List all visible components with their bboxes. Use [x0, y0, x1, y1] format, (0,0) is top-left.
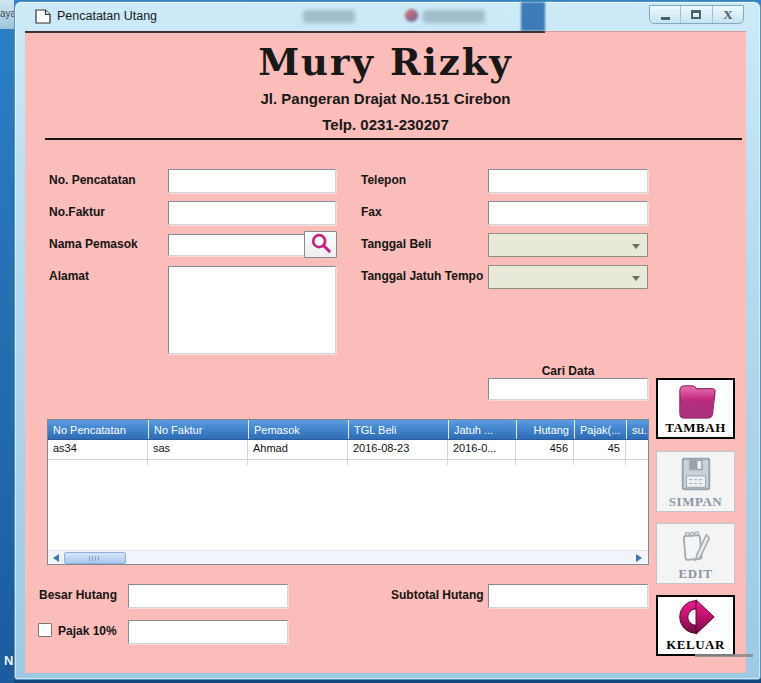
- window-controls: X: [649, 5, 744, 24]
- subtotal-hutang-label: Subtotal Hutang: [391, 588, 484, 602]
- nama-pemasok-input[interactable]: [168, 234, 308, 256]
- horizontal-scrollbar[interactable]: [48, 550, 648, 564]
- company-phone: Telp. 0231-230207: [25, 116, 746, 133]
- close-button[interactable]: X: [713, 6, 743, 23]
- pajak-input[interactable]: [128, 620, 288, 644]
- company-name: Mury Rizky: [25, 40, 746, 84]
- column-header[interactable]: No Faktur: [148, 420, 248, 439]
- tanggal-jatuh-tempo-label: Tanggal Jatuh Tempo: [361, 269, 483, 283]
- alamat-textarea[interactable]: [168, 266, 336, 354]
- tanggal-beli-datepicker[interactable]: [488, 233, 648, 257]
- column-header[interactable]: TGL Beli: [348, 420, 448, 439]
- no-pencatatan-input[interactable]: [168, 169, 336, 193]
- tanggal-jatuh-tempo-datepicker[interactable]: [488, 265, 648, 289]
- chevron-down-icon: [632, 244, 640, 249]
- cell-pemasok: Ahmad: [248, 440, 348, 460]
- maximize-button[interactable]: [681, 6, 712, 23]
- keluar-button-label: KELUAR: [666, 638, 725, 652]
- search-icon: [310, 232, 332, 258]
- no-faktur-input[interactable]: [168, 201, 336, 225]
- column-header[interactable]: Hutang: [516, 420, 574, 439]
- fax-label: Fax: [361, 205, 382, 219]
- tambah-button[interactable]: TAMBAH: [656, 378, 735, 439]
- column-header[interactable]: No Pencatatan: [48, 420, 148, 439]
- cari-data-label: Cari Data: [488, 364, 648, 378]
- empty-grid-row: [48, 460, 648, 465]
- header-divider: [45, 138, 742, 140]
- folder-icon: [673, 380, 719, 421]
- scroll-right-button[interactable]: [631, 551, 647, 565]
- window-title: Pencatatan Utang: [57, 9, 157, 23]
- cell-subtotal: [626, 440, 648, 460]
- tanggal-beli-label: Tanggal Beli: [361, 237, 431, 251]
- background-window-artifact: [695, 654, 753, 657]
- edit-button[interactable]: EDIT: [656, 523, 735, 584]
- no-faktur-label: No.Faktur: [49, 205, 105, 219]
- simpan-button-label: SIMPAN: [669, 495, 722, 509]
- floppy-disk-icon: [677, 452, 715, 495]
- no-pencatatan-label: No. Pencatatan: [49, 173, 136, 187]
- form-icon: [35, 9, 51, 28]
- cell-no-pencatatan: as34: [48, 440, 148, 460]
- column-header[interactable]: Pemasok: [248, 420, 348, 439]
- pencatatan-utang-window: Pencatatan Utang X Mury Rizky Jl. Panger…: [14, 1, 761, 680]
- chevron-right-icon: [636, 554, 642, 562]
- titlebar[interactable]: Pencatatan Utang X: [15, 2, 760, 31]
- besar-hutang-label: Besar Hutang: [39, 588, 117, 602]
- company-address: Jl. Pangeran Drajat No.151 Cirebon: [25, 90, 746, 107]
- fax-input[interactable]: [488, 201, 648, 225]
- chevron-down-icon: [632, 276, 640, 281]
- simpan-button[interactable]: SIMPAN: [656, 451, 735, 512]
- grid-header-row: No Pencatatan No Faktur Pemasok TGL Beli…: [48, 420, 648, 440]
- cell-no-faktur: sas: [148, 440, 248, 460]
- telepon-label: Telepon: [361, 173, 406, 187]
- background-window-title-fragment: aya: [0, 0, 14, 29]
- background-menu-fragment: [423, 10, 485, 23]
- close-icon: X: [723, 7, 732, 23]
- exit-arrow-icon: [675, 596, 717, 638]
- minimize-icon: [661, 17, 670, 20]
- background-logout-icon-fragment: [405, 9, 418, 22]
- background-window-edge: [0, 29, 14, 683]
- column-header[interactable]: su...: [626, 420, 648, 439]
- besar-hutang-input[interactable]: [128, 584, 288, 608]
- table-row[interactable]: as34 sas Ahmad 2016-08-23 2016-0... 456 …: [48, 440, 648, 460]
- chevron-left-icon: [53, 554, 59, 562]
- background-window-fragment: [521, 2, 545, 31]
- background-window-edge-line: [25, 31, 545, 33]
- hutang-data-grid[interactable]: No Pencatatan No Faktur Pemasok TGL Beli…: [47, 419, 649, 565]
- form-client-area: Mury Rizky Jl. Pangeran Drajat No.151 Ci…: [25, 31, 746, 673]
- keluar-button[interactable]: KELUAR: [656, 595, 735, 656]
- maximize-icon: [691, 10, 701, 19]
- column-header[interactable]: Pajak(...: [574, 420, 626, 439]
- alamat-label: Alamat: [49, 269, 89, 283]
- cell-pajak: 45: [574, 440, 626, 460]
- subtotal-hutang-input[interactable]: [488, 584, 648, 608]
- notepad-pencil-icon: [677, 524, 715, 567]
- nama-pemasok-label: Nama Pemasok: [49, 237, 138, 251]
- edit-button-label: EDIT: [679, 567, 713, 581]
- cell-hutang: 456: [516, 440, 574, 460]
- pajak-label: Pajak 10%: [58, 624, 117, 638]
- search-pemasok-button[interactable]: [304, 231, 337, 258]
- telepon-input[interactable]: [488, 169, 648, 193]
- tambah-button-label: TAMBAH: [665, 421, 726, 435]
- background-menu-fragment: [303, 10, 355, 23]
- cell-jatuh-tempo: 2016-0...: [448, 440, 516, 460]
- scroll-left-button[interactable]: [48, 551, 64, 565]
- pajak-checkbox[interactable]: [38, 623, 52, 637]
- cari-data-input[interactable]: [488, 378, 648, 400]
- column-header[interactable]: Jatuh ...: [448, 420, 516, 439]
- scrollbar-thumb[interactable]: [64, 552, 126, 564]
- cell-tgl-beli: 2016-08-23: [348, 440, 448, 460]
- minimize-button[interactable]: [650, 6, 681, 23]
